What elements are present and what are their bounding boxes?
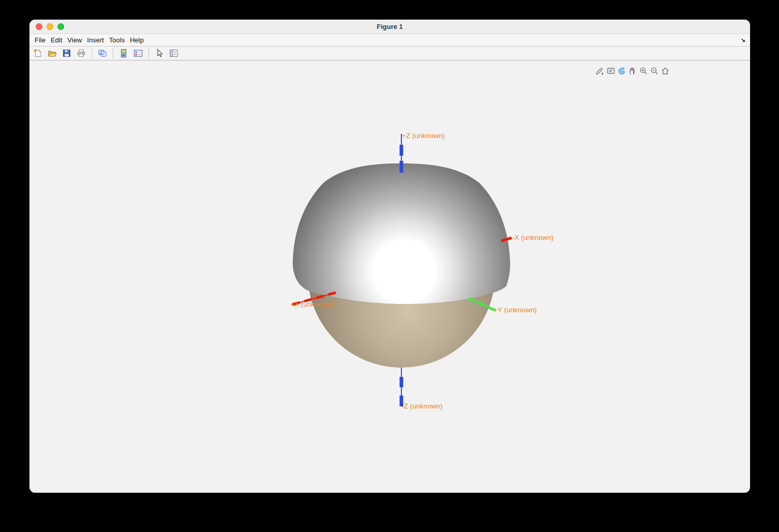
label-minus-z: -Z (unknown) [401, 402, 443, 410]
menubar: File Edit View Insert Tools Help ↘ [29, 34, 750, 47]
home-icon [661, 66, 670, 75]
datatips-button[interactable] [606, 66, 616, 76]
titlebar[interactable]: Figure 1 [29, 20, 750, 34]
figure-window: Figure 1 File Edit View Insert Tools Hel… [29, 20, 750, 493]
figure-toolbar [29, 47, 750, 60]
zoom-out-icon [650, 66, 659, 75]
insert-colorbar-button[interactable] [118, 48, 129, 59]
menu-file[interactable]: File [32, 34, 48, 46]
new-document-icon [33, 48, 43, 58]
pan-button[interactable] [627, 66, 637, 76]
export-icon [595, 66, 605, 75]
printer-icon [76, 48, 86, 58]
inspector-panel-icon [169, 48, 179, 58]
axes-toolbar [595, 66, 670, 76]
label-plus-z: +Z (unknown) [402, 132, 445, 140]
antenna-3d-plot: +Z (unknown) -X (unknown) +X (unknown) +… [29, 60, 749, 493]
zoom-in-button[interactable] [638, 66, 648, 76]
save-figure-button[interactable] [61, 48, 72, 59]
restore-view-button[interactable] [660, 66, 670, 76]
zoom-out-button[interactable] [649, 66, 659, 76]
property-inspector-button[interactable] [168, 48, 179, 59]
window-title: Figure 1 [29, 20, 750, 34]
colorbar-icon [118, 48, 129, 58]
cursor-arrow-icon [154, 48, 164, 58]
toolbar-separator [113, 48, 113, 58]
insert-legend-button[interactable] [132, 48, 144, 59]
new-figure-button[interactable] [32, 48, 43, 59]
print-figure-button[interactable] [76, 48, 87, 59]
toolbar-separator [148, 48, 149, 58]
legend-icon [133, 48, 143, 58]
label-plus-x: +X (unknown) [290, 300, 334, 308]
datatips-icon [606, 66, 616, 75]
menu-edit[interactable]: Edit [48, 34, 65, 46]
open-folder-icon [47, 48, 57, 58]
save-icon [62, 48, 72, 58]
link-plot-button[interactable] [97, 48, 108, 59]
sphere-top-cap [293, 163, 510, 304]
rotate-3d-icon [617, 66, 626, 75]
menu-overflow-icon[interactable]: ↘ [741, 34, 745, 46]
menu-insert[interactable]: Insert [84, 34, 107, 46]
label-plus-y: +Y (unknown) [493, 306, 536, 314]
menu-tools[interactable]: Tools [107, 34, 127, 46]
open-file-button[interactable] [47, 48, 58, 59]
zoom-in-icon [639, 66, 648, 75]
label-minus-x: -X (unknown) [512, 234, 553, 241]
link-plot-icon [97, 48, 108, 58]
pan-hand-icon [628, 66, 637, 75]
toolbar-separator [92, 48, 92, 58]
menu-help[interactable]: Help [127, 34, 146, 46]
edit-plot-button[interactable] [154, 48, 165, 59]
figure-canvas[interactable]: +Z (unknown) -X (unknown) +X (unknown) +… [29, 60, 749, 493]
menu-view[interactable]: View [65, 34, 84, 46]
rotate-3d-button[interactable] [617, 66, 626, 76]
export-button[interactable] [595, 66, 605, 76]
